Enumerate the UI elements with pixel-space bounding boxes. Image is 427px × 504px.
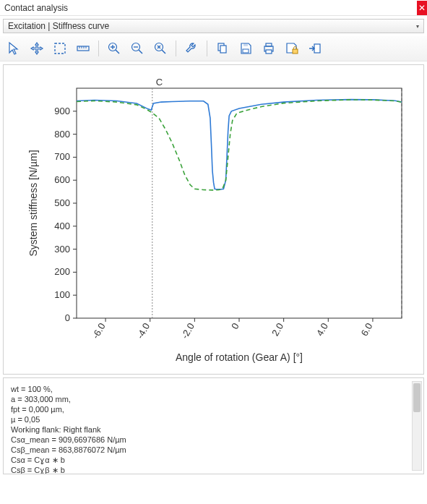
cursor-icon	[7, 41, 21, 56]
save-button[interactable]	[236, 39, 255, 58]
close-icon[interactable]: ✕	[417, 1, 427, 15]
svg-text:500: 500	[54, 197, 70, 208]
title-bar: Contact analysis ✕	[0, 0, 427, 16]
svg-text:100: 100	[54, 289, 70, 300]
svg-rect-14	[77, 88, 402, 318]
copy-button[interactable]	[213, 39, 232, 58]
info-text: wt = 100 %,a = 303,000 mm,fpt = 0,000 µm…	[11, 384, 416, 474]
info-panel: wt = 100 %,a = 303,000 mm,fpt = 0,000 µm…	[3, 377, 424, 474]
svg-rect-0	[55, 43, 65, 54]
scrollbar-thumb[interactable]	[413, 383, 420, 412]
svg-text:800: 800	[54, 129, 70, 140]
ruler-icon	[76, 41, 90, 56]
separator	[207, 40, 207, 56]
cursor-button[interactable]	[4, 39, 23, 58]
print-button[interactable]	[259, 39, 278, 58]
settings-button[interactable]	[182, 39, 201, 58]
svg-rect-7	[243, 43, 248, 46]
separator	[176, 40, 176, 56]
zoombox-button[interactable]	[51, 39, 69, 58]
svg-text:-2.0: -2.0	[178, 321, 196, 341]
zoomfit-button[interactable]	[151, 39, 170, 58]
svg-text:System stiffness [N/µm]: System stiffness [N/µm]	[27, 150, 39, 256]
svg-rect-11	[266, 50, 272, 54]
copy-icon	[215, 41, 230, 56]
export-icon	[308, 41, 322, 56]
ruler-button[interactable]	[74, 39, 92, 58]
svg-text:600: 600	[54, 174, 70, 185]
svg-text:4.0: 4.0	[314, 321, 329, 338]
svg-text:300: 300	[54, 244, 70, 255]
print-icon	[262, 41, 276, 56]
svg-text:-4.0: -4.0	[134, 321, 152, 341]
pan-button[interactable]	[27, 39, 46, 58]
svg-text:0: 0	[228, 321, 241, 331]
zoomin-button[interactable]	[105, 39, 124, 58]
separator	[98, 40, 99, 56]
svg-rect-1	[77, 46, 89, 51]
chart-panel: 0100200300400500600700800900-6.0-4.0-2.0…	[3, 64, 424, 375]
svg-text:C: C	[155, 77, 162, 87]
savelock-button[interactable]	[282, 39, 301, 58]
svg-text:400: 400	[54, 221, 70, 231]
svg-text:700: 700	[54, 151, 70, 162]
svg-text:Angle of rotation (Gear A) [°]: Angle of rotation (Gear A) [°]	[175, 351, 302, 363]
pan-icon	[30, 41, 44, 56]
zoomout-icon	[130, 41, 145, 56]
svg-rect-12	[293, 49, 298, 54]
svg-text:6.0: 6.0	[358, 321, 374, 338]
savelock-icon	[285, 41, 299, 56]
svg-text:-6.0: -6.0	[90, 321, 107, 341]
stiffness-chart[interactable]: 0100200300400500600700800900-6.0-4.0-2.0…	[12, 72, 416, 365]
zoombox-icon	[53, 41, 67, 56]
chevron-down-icon: ▾	[416, 23, 419, 30]
save-icon	[238, 41, 253, 56]
svg-text:900: 900	[54, 106, 70, 116]
svg-rect-10	[266, 43, 272, 46]
svg-text:0: 0	[64, 312, 69, 323]
zoomin-icon	[107, 41, 121, 56]
view-dropdown-label: Excitation | Stiffness curve	[8, 21, 109, 31]
zoomfit-icon	[153, 41, 168, 56]
zoomout-button[interactable]	[128, 39, 147, 58]
svg-text:2.0: 2.0	[269, 321, 285, 338]
window-title: Contact analysis	[4, 1, 68, 14]
scrollbar[interactable]	[412, 381, 422, 471]
export-button[interactable]	[306, 39, 324, 58]
svg-rect-13	[314, 44, 320, 53]
wrench-icon	[184, 41, 199, 56]
view-dropdown[interactable]: Excitation | Stiffness curve ▾	[3, 19, 424, 33]
svg-rect-6	[220, 46, 226, 53]
toolbar	[0, 36, 427, 61]
svg-text:200: 200	[54, 266, 70, 277]
